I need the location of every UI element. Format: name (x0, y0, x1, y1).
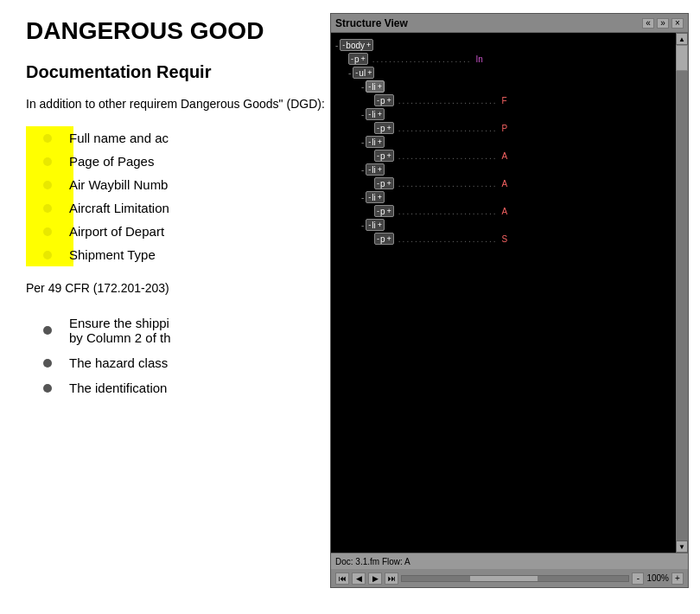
tree-node-label: li (372, 165, 375, 175)
tree-connector: - (361, 110, 364, 119)
tree-expand-btn[interactable]: + (387, 234, 391, 243)
scroll-down-btn[interactable]: ▼ (676, 540, 688, 553)
bullet-dot (43, 181, 52, 189)
list-item-text: Air Waybill Numb (69, 177, 168, 192)
bullet-dot-plain (43, 384, 52, 393)
tree-node-line: - p + ........................ S (374, 233, 676, 245)
tree-node-p1[interactable]: - p + (348, 53, 368, 65)
zoom-out-btn[interactable]: - (632, 572, 644, 585)
tree-right-label-p: F (502, 96, 507, 106)
structure-view-panel: Structure View « » × - - body + - (330, 13, 689, 588)
tree-expand-btn[interactable]: + (378, 165, 382, 174)
bullet-dot (43, 204, 52, 213)
tree-node-p-child2[interactable]: - p + (374, 122, 394, 134)
tree-right-label: In (476, 54, 483, 64)
tree-node-p-child1[interactable]: - p + (374, 94, 394, 106)
tree-expand-btn[interactable]: + (387, 179, 391, 188)
bullet-dot (43, 227, 52, 236)
titlebar-controls: « » × (642, 18, 684, 29)
tree-minus-icon: - (368, 221, 371, 229)
tree-node-p-child4[interactable]: - p + (374, 177, 394, 189)
tree-expand-btn[interactable]: + (387, 151, 391, 160)
bullet-dot (43, 157, 52, 166)
tree-connector: - (361, 221, 364, 230)
collapse-right-btn[interactable]: » (657, 18, 669, 29)
tree-node-li1[interactable]: - li + (366, 80, 385, 93)
tree-node-line: - - li + (361, 108, 676, 120)
tree-minus-icon: - (368, 82, 371, 91)
tree-connector: - (348, 68, 351, 78)
tree-node-li3[interactable]: - li + (366, 136, 385, 148)
zoom-value: 100% (646, 573, 669, 583)
tree-connector: - (361, 82, 364, 92)
tree-expand-btn[interactable]: + (378, 138, 382, 146)
tree-dots: ........................ (398, 151, 498, 161)
tree-node-p-child5[interactable]: - p + (374, 205, 394, 217)
bullet-dot-plain (43, 326, 52, 335)
tree-expand-btn[interactable]: + (378, 221, 382, 229)
tree-node-p-child3[interactable]: - p + (374, 150, 394, 162)
bullet-dot (43, 251, 52, 259)
zoom-in-btn[interactable]: + (671, 572, 684, 585)
tree-node-body[interactable]: - body + (340, 39, 373, 51)
tree-node-line: - - li + (361, 136, 676, 148)
nav-first-btn[interactable]: ⏮ (335, 572, 349, 585)
tree-right-label-p: S (502, 234, 508, 244)
list-item-text: Shipment Type (69, 247, 156, 262)
nav-next-btn[interactable]: ▶ (368, 572, 382, 585)
list-item-text: Airport of Depart (69, 224, 164, 239)
tree-connector: - (361, 193, 364, 202)
tree-expand-btn[interactable]: + (378, 110, 382, 118)
tree-node-label: p (354, 54, 360, 64)
tree-dots: ........................ (398, 124, 498, 133)
tree-expand-btn[interactable]: + (378, 193, 382, 201)
tree-expand-btn[interactable]: + (361, 54, 366, 63)
horizontal-scroll-thumb[interactable] (470, 576, 538, 581)
tree-node-li2[interactable]: - li + (366, 108, 385, 120)
tree-right-label-p: A (502, 151, 508, 161)
tree-node-label: li (372, 110, 375, 119)
tree-node-line: - p + ........................ A (374, 150, 676, 162)
close-panel-btn[interactable]: × (671, 18, 684, 29)
tree-node-line: - - ul + (348, 67, 676, 79)
tree-expand-btn[interactable]: + (387, 124, 391, 132)
bullet-dot-plain (43, 359, 52, 368)
scroll-thumb[interactable] (676, 45, 688, 71)
tree-dots: ........................ (398, 96, 498, 106)
scroll-up-btn[interactable]: ▲ (676, 33, 688, 45)
tree-dots: ........................ (398, 207, 498, 216)
tree-node-ul[interactable]: - ul + (353, 67, 374, 79)
tree-minus-icon: - (368, 110, 371, 118)
tree-node-li4[interactable]: - li + (366, 163, 385, 176)
tree-node-line: - p + ........................ A (374, 177, 676, 189)
tree-node-p-child6[interactable]: - p + (374, 233, 394, 245)
tree-expand-btn[interactable]: + (378, 82, 382, 91)
tree-expand-btn[interactable]: + (387, 207, 391, 215)
doc-info-bar: Doc: 3.1.fm Flow: A (331, 553, 688, 569)
tree-connector: - (361, 138, 364, 147)
list-item-text: The hazard class (69, 355, 168, 370)
nav-last-btn[interactable]: ⏭ (385, 572, 398, 585)
zoom-level-display: 100% (646, 573, 669, 583)
tree-node-label: p (380, 151, 385, 161)
tree-node-line: - - li + (361, 191, 676, 203)
tree-node-li5[interactable]: - li + (366, 191, 385, 203)
tree-right-label-p: A (502, 179, 508, 189)
tree-expand-btn[interactable]: + (367, 68, 372, 77)
tree-connector: - (335, 41, 338, 50)
vertical-scrollbar[interactable]: ▲ ▼ (676, 33, 688, 553)
tree-node-label: body (346, 41, 365, 50)
tree-node-li6[interactable]: - li + (366, 219, 385, 231)
tree-connector: - (361, 165, 364, 175)
tree-node-label: p (380, 234, 385, 244)
tree-expand-btn[interactable]: + (366, 41, 371, 49)
tree-minus-icon: - (377, 179, 379, 188)
tree-minus-icon: - (377, 151, 379, 160)
tree-node-line: - p + ........................ A (374, 205, 676, 217)
tree-node-label: li (372, 138, 375, 147)
collapse-left-btn[interactable]: « (642, 18, 654, 29)
tree-expand-btn[interactable]: + (387, 96, 391, 105)
nav-prev-btn[interactable]: ◀ (352, 572, 366, 585)
structure-content: - - body + - p + .......................… (331, 33, 688, 553)
tree-right-label-p: A (502, 207, 508, 216)
